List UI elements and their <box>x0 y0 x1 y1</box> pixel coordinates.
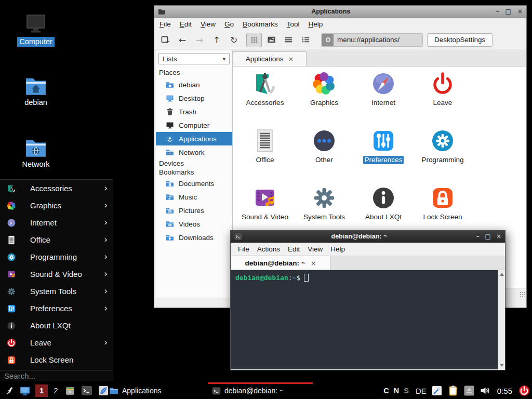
terminal-scrollbar[interactable] <box>498 270 505 369</box>
clipboard-tray-icon[interactable] <box>447 385 459 396</box>
power-button-icon[interactable] <box>518 385 530 396</box>
sidebar-item-trash[interactable]: Trash <box>156 105 232 118</box>
sidebar-item-downloads[interactable]: Downloads <box>156 231 232 244</box>
sidebar-mode-select[interactable]: Lists ▾ <box>158 53 230 64</box>
desktop-icon-debian[interactable]: debian <box>11 72 61 108</box>
sidebar-header-bookmarks: Bookmarks <box>156 168 232 177</box>
submenu-chevron-icon: › <box>104 252 108 261</box>
grid-item-other[interactable]: Other <box>295 128 354 185</box>
menu-view[interactable]: View <box>201 20 216 28</box>
sidebar-item-desktop[interactable]: Desktop <box>156 91 232 105</box>
menu-help[interactable]: Help <box>330 245 345 253</box>
keyboard-layout-indicator[interactable]: DE <box>416 387 427 395</box>
grid-item-leave[interactable]: Leave <box>413 71 472 128</box>
tab-close-icon[interactable]: × <box>311 259 316 267</box>
system-tools-icon <box>7 287 16 296</box>
menu-item-lock-screen[interactable]: Lock Screen <box>0 351 113 368</box>
icon-view-button[interactable] <box>246 33 262 47</box>
compact-view-button[interactable] <box>298 33 313 47</box>
minimize-icon[interactable]: – <box>496 6 499 18</box>
search-input[interactable]: Search... <box>0 370 113 382</box>
menu-tool[interactable]: Tool <box>287 20 300 28</box>
tab-applications[interactable]: Applications × <box>233 51 307 66</box>
menu-item-internet[interactable]: Internet › <box>0 214 113 231</box>
workspace-1-button[interactable]: 1 <box>35 384 48 397</box>
menu-edit[interactable]: Edit <box>180 20 192 28</box>
scroll-up-icon[interactable] <box>500 273 504 276</box>
menu-item-system-tools[interactable]: System Tools › <box>0 283 113 300</box>
back-button[interactable]: ← <box>175 33 190 47</box>
sidebar-item-music[interactable]: Music <box>156 190 232 204</box>
leave-icon <box>430 71 455 96</box>
sidebar-item-videos[interactable]: Videos <box>156 217 232 231</box>
menu-go[interactable]: Go <box>224 20 234 28</box>
lock-screen-icon <box>430 185 455 210</box>
tab-close-icon[interactable]: × <box>288 55 294 63</box>
detailed-list-view-button[interactable] <box>281 33 296 47</box>
grid-item-preferences[interactable]: Preferences <box>354 128 413 185</box>
clock[interactable]: 0:55 <box>497 387 512 395</box>
menu-view[interactable]: View <box>308 245 323 253</box>
grid-item-graphics[interactable]: Graphics <box>295 71 354 128</box>
close-icon[interactable]: × <box>496 231 501 243</box>
maximize-icon[interactable]: □ <box>485 231 490 243</box>
menu-item-sound-video[interactable]: Sound & Video › <box>0 265 113 283</box>
menu-bookmarks[interactable]: Bookmarks <box>243 20 278 28</box>
menu-file[interactable]: File <box>238 245 249 253</box>
show-desktop-button[interactable] <box>19 384 31 397</box>
task-button-terminal[interactable]: debian@debian: ~ <box>208 382 313 399</box>
close-icon[interactable]: × <box>517 6 523 18</box>
menu-item-preferences[interactable]: Preferences › <box>0 300 113 317</box>
grid-item-accessories[interactable]: Accessories <box>235 71 295 128</box>
menu-item-leave[interactable]: Leave › <box>0 334 113 351</box>
menu-item-accessories[interactable]: Accessories › <box>0 180 113 197</box>
desktop-icon-network[interactable]: Network <box>11 134 61 169</box>
sidebar-header-places: Places <box>156 67 232 78</box>
workspace-2-button[interactable]: 2 <box>52 387 60 395</box>
thumbnail-view-button[interactable] <box>263 33 279 47</box>
main-menu-button[interactable] <box>2 384 15 397</box>
sidebar-item-pictures[interactable]: Pictures <box>156 204 232 217</box>
menu-item-graphics[interactable]: Graphics › <box>0 197 113 214</box>
resize-grip[interactable] <box>520 291 525 297</box>
volume-icon[interactable] <box>480 385 491 396</box>
system-tray[interactable]: C N S DE 0:55 <box>383 382 530 399</box>
sidebar-item-applications[interactable]: Applications <box>156 132 232 145</box>
quicklaunch-file-manager[interactable] <box>64 384 76 397</box>
menu-item-about-lxqt[interactable]: About LXQt <box>0 317 113 334</box>
terminal-tab[interactable]: debian@debian: ~ × <box>231 256 330 270</box>
quicklaunch-terminal[interactable] <box>81 384 93 397</box>
grid-item-programming[interactable]: Programming <box>413 128 472 185</box>
sound-video-icon <box>7 270 16 279</box>
menu-item-office[interactable]: Office › <box>0 231 113 248</box>
desktop-icon-computer[interactable]: Computer <box>11 11 61 47</box>
minimize-icon[interactable]: – <box>476 231 480 243</box>
terminal-view[interactable]: debian@debian:~$ <box>231 270 505 369</box>
menu-help[interactable]: Help <box>308 20 323 28</box>
grid-item-office[interactable]: Office <box>235 128 295 185</box>
sidebar-item-network[interactable]: Network <box>156 145 232 159</box>
menu-file[interactable]: File <box>159 20 171 28</box>
terminal-icon <box>234 233 242 241</box>
forward-button[interactable]: → <box>192 33 207 47</box>
grid-item-internet[interactable]: Internet <box>354 71 413 128</box>
sidebar-item-debian[interactable]: debian <box>156 78 232 91</box>
screenshot-tray-icon[interactable] <box>431 385 443 396</box>
system-tools-icon <box>312 185 337 210</box>
menu-actions[interactable]: Actions <box>257 245 280 253</box>
up-button[interactable]: ↑ <box>209 33 224 47</box>
fm-titlebar[interactable]: Applications – □ × <box>154 6 526 18</box>
sidebar-item-documents[interactable]: Documents <box>156 177 232 190</box>
new-tab-button[interactable] <box>157 33 173 47</box>
address-bar[interactable]: menu://applications/ <box>321 33 423 47</box>
scroll-down-icon[interactable] <box>500 364 504 367</box>
desktop-settings-button[interactable]: DesktopSettings <box>427 33 493 47</box>
terminal-titlebar[interactable]: debian@debian: ~ – □ × <box>231 231 505 243</box>
task-button-applications[interactable]: Applications <box>105 382 207 399</box>
eject-removable-media-icon[interactable] <box>463 385 475 396</box>
reload-button[interactable]: ↻ <box>226 33 242 47</box>
sidebar-item-computer[interactable]: Computer <box>156 118 232 132</box>
menu-item-programming[interactable]: Programming › <box>0 248 113 265</box>
menu-edit[interactable]: Edit <box>288 245 300 253</box>
maximize-icon[interactable]: □ <box>506 6 511 18</box>
